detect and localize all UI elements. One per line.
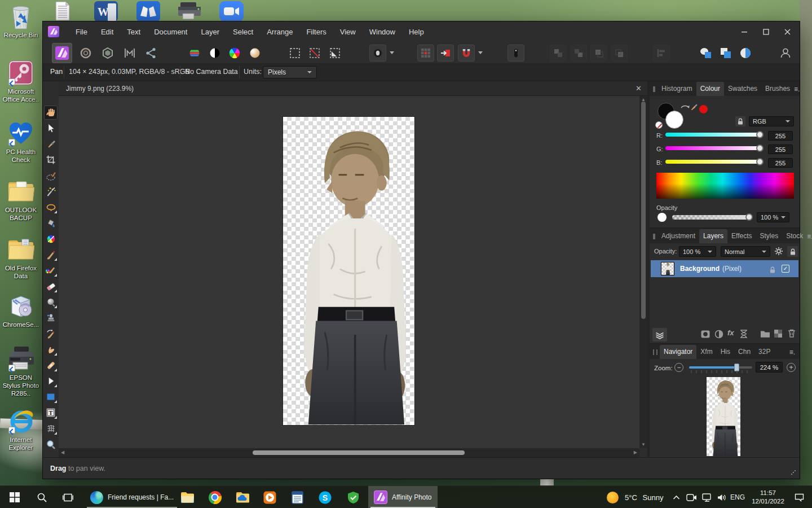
taskbar-edge-window[interactable]: Friend requests | Fa... [85, 486, 179, 508]
layers-stack-icon[interactable] [652, 328, 667, 341]
erase-brush-tool[interactable] [45, 280, 57, 292]
snapping-magnet-button[interactable] [458, 45, 475, 62]
move-by-whole-pixels-button[interactable] [437, 45, 454, 62]
selection-brush-tool[interactable] [45, 169, 57, 182]
maximize-button[interactable] [758, 24, 774, 39]
layer-effects-fx-icon[interactable]: fx [727, 329, 734, 337]
weather-condition[interactable]: Sunny [641, 486, 665, 508]
panel-grip[interactable] [653, 349, 657, 355]
desktop-icon-epson-printer[interactable]: EPSON Stylus Photo R285.. [1, 345, 41, 397]
taskbar-file-explorer[interactable] [175, 486, 200, 508]
tab-close-icon[interactable]: ✕ [636, 84, 642, 93]
tab-brushes[interactable]: Brushes [761, 82, 794, 96]
auto-contrast-button[interactable] [206, 45, 223, 62]
blemish-removal-tool[interactable] [45, 296, 57, 308]
volume-icon[interactable] [714, 486, 730, 508]
menu-document[interactable]: Document [147, 28, 194, 36]
paint-brush-tool[interactable] [45, 248, 57, 261]
tab-histogram[interactable]: Histogram [657, 82, 696, 96]
green-slider[interactable] [665, 146, 762, 150]
mesh-warp-tool[interactable] [45, 422, 57, 435]
navigator-thumbnail[interactable] [707, 377, 740, 456]
menu-window[interactable]: Window [363, 28, 402, 36]
tab-stock[interactable]: Stock [782, 229, 807, 243]
scroll-down-icon[interactable]: ▼ [641, 442, 646, 447]
colour-picker-tool[interactable] [45, 138, 57, 150]
desktop-top-contacts-icon[interactable] [135, 1, 161, 24]
language-indicator[interactable]: ENG [729, 486, 747, 508]
colour-picker-icon[interactable] [689, 103, 699, 115]
taskbar-media-player[interactable] [257, 486, 282, 508]
gradient-tool[interactable] [45, 233, 57, 245]
taskbar-skype[interactable]: S [312, 486, 337, 508]
menu-filters[interactable]: Filters [299, 28, 333, 36]
menu-edit[interactable]: Edit [94, 28, 120, 36]
tab-his[interactable]: His [717, 345, 734, 359]
tab-navigator[interactable]: Navigator [660, 345, 696, 359]
tray-chevron-up-icon[interactable] [669, 486, 683, 508]
alignment-button[interactable] [653, 45, 670, 62]
live-filter-icon[interactable] [739, 329, 748, 339]
desktop-icon-internet-explorer[interactable]: Internet Explorer [1, 408, 41, 452]
scroll-left-icon[interactable]: ◀ [61, 450, 64, 455]
layer-lock-icon[interactable] [769, 265, 776, 275]
tab-styles[interactable]: Styles [756, 229, 783, 243]
start-button[interactable] [5, 486, 25, 508]
minimize-button[interactable] [736, 24, 752, 39]
red-value[interactable]: 255 [768, 131, 793, 141]
zoom-out-button[interactable]: − [674, 363, 683, 372]
desktop-top-word-icon[interactable]: W [93, 1, 119, 24]
deselect-icon[interactable] [306, 45, 323, 62]
view-tool[interactable] [44, 106, 58, 120]
arrange-back-one-button[interactable] [550, 45, 567, 62]
taskbar-affinity-photo[interactable]: Affinity Photo [368, 486, 438, 508]
primary-colour-swatch[interactable] [665, 111, 683, 129]
document-image[interactable] [283, 117, 414, 425]
close-button[interactable] [779, 24, 795, 39]
layer-visibility-checkbox[interactable]: ✓ [782, 265, 789, 273]
export-persona-button[interactable] [143, 45, 160, 62]
menu-help[interactable]: Help [402, 28, 431, 36]
taskbar-document-app[interactable] [285, 486, 310, 508]
flood-select-tool[interactable] [45, 185, 57, 198]
desktop-icon-chrome-setup[interactable]: ChromeSe... [1, 292, 41, 329]
zoom-tool[interactable] [45, 438, 57, 450]
red-slider-handle[interactable] [756, 131, 764, 138]
no-colour-swatch[interactable] [655, 121, 663, 129]
task-view-icon[interactable] [58, 486, 78, 508]
show-grid-button[interactable] [417, 45, 434, 62]
smudge-tool[interactable] [45, 343, 57, 356]
canvas[interactable] [59, 96, 639, 448]
horizontal-scrollbar[interactable]: ◀ ▶ [59, 448, 639, 457]
tab-layers[interactable]: Layers [699, 229, 727, 243]
tone-mapping-persona-button[interactable] [121, 45, 138, 62]
tab-swatches[interactable]: Swatches [724, 82, 761, 96]
desktop-top-document-icon[interactable] [52, 1, 73, 23]
insert-inside-button[interactable] [737, 45, 754, 62]
panel-menu-icon[interactable]: ≡. [794, 85, 800, 93]
panel-menu-icon[interactable]: ≡. [807, 233, 812, 240]
undo-brush-tool[interactable] [45, 327, 57, 340]
tab-adjustment[interactable]: Adjustment [657, 229, 699, 243]
colour-spectrum[interactable] [656, 173, 794, 199]
assistant-dropdown-caret[interactable] [390, 51, 394, 54]
node-tool[interactable] [45, 375, 57, 387]
group-folder-icon[interactable] [760, 329, 770, 338]
layer-row-background[interactable]: Background (Pixel) ✓ [651, 260, 798, 277]
desktop-icon-old-firefox[interactable]: Old Firefox Data [1, 236, 41, 281]
assistant-button[interactable] [369, 45, 386, 62]
menu-file[interactable]: File [69, 28, 94, 36]
marquee-selection-icon[interactable] [286, 45, 303, 62]
arrange-to-front-button[interactable] [611, 45, 628, 62]
auto-colour-button[interactable] [226, 45, 243, 62]
desktop-icon-pc-health[interactable]: PC Health Check [1, 120, 41, 164]
auto-white-balance-button[interactable] [246, 45, 263, 62]
network-icon[interactable] [699, 486, 715, 508]
auto-levels-button[interactable] [186, 45, 203, 62]
desktop-top-zoom-icon[interactable] [219, 1, 244, 24]
desktop-icon-outlook-backup[interactable]: OUTLOOK BACUP [1, 178, 41, 222]
adjustment-layer-icon[interactable] [714, 329, 724, 339]
colour-replacement-brush-tool[interactable] [45, 264, 57, 277]
desktop-icon-recycle-bin[interactable]: Recycle Bin [1, 3, 41, 40]
blue-slider[interactable] [665, 160, 762, 164]
